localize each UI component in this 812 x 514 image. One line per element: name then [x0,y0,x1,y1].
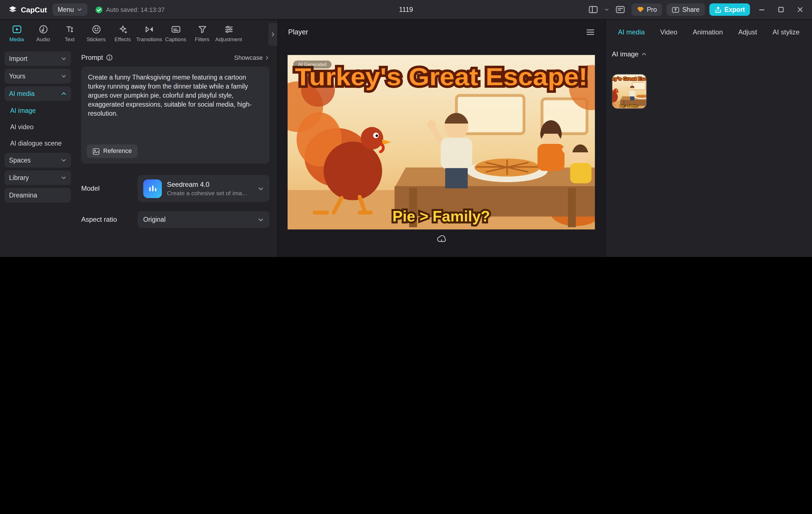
transitions-icon [144,24,154,34]
workspace-layout-button[interactable] [586,3,600,16]
titlebar: CapCut Menu Auto saved: 14:13:37 1119 [0,0,812,20]
video-preview[interactable] [288,55,595,229]
model-icon [143,179,162,198]
showcase-link[interactable]: Showcase [234,54,269,61]
chevron-right-icon [264,55,269,60]
tabstrip-scroll-button[interactable] [268,23,278,46]
share-icon [672,6,679,13]
tab-text[interactable]: Text [56,23,83,42]
tab-video[interactable]: Video [660,28,677,36]
chevron-down-icon[interactable] [605,7,609,12]
player-title: Player [288,28,308,36]
titlebar-actions: Pro Share Export [586,3,812,16]
close-button[interactable] [793,3,808,16]
model-label: Model [81,185,138,192]
menu-button[interactable]: Menu [53,3,87,16]
captions-icon [171,24,181,34]
chevron-down-icon [61,73,66,79]
aspect-ratio-label: Aspect ratio [81,216,138,223]
media-tabstrip: Media Audio Text Stickers [0,20,278,50]
chevron-down-icon [61,157,66,163]
model-name: Seedream 4.0 [167,181,253,188]
chevron-down-icon [258,185,264,192]
notes-icon [616,6,625,13]
chevron-down-icon [258,216,264,223]
app-name: CapCut [21,5,47,14]
sidebar-item-ai-video[interactable]: AI video [4,120,71,134]
player-panel: Player 00:00:00:00 / 00:00:03:00 Full [278,20,605,257]
info-icon [106,54,113,61]
maximize-button[interactable] [774,3,788,16]
filters-icon [197,24,207,34]
reference-button[interactable]: Reference [87,144,138,158]
processing-icon [436,235,446,243]
sidebar-item-dreamina[interactable]: Dreamina [4,188,71,202]
sidebar-item-library[interactable]: Library [4,170,71,185]
close-icon [797,6,804,13]
tab-ai-media[interactable]: AI media [618,28,645,36]
minimize-button[interactable] [754,3,769,16]
reference-image-icon [92,147,100,155]
prompt-label: Prompt [81,54,103,61]
tab-stickers[interactable]: Stickers [83,23,109,42]
tab-ai-stylize[interactable]: AI stylize [773,28,800,36]
sidebar-item-ai-media[interactable]: AI media [4,86,71,101]
aspect-ratio-dropdown[interactable]: Original [138,211,269,228]
player-menu-icon[interactable] [586,28,595,36]
prompt-input[interactable]: Create a funny Thanksgiving meme featuri… [81,66,269,164]
share-button[interactable]: Share [667,3,704,16]
capcut-logo-icon [8,5,18,14]
ai-image-form: Prompt Showcase Create a funny Thanksgiv… [75,48,278,257]
export-icon [714,6,722,13]
chevron-up-icon [641,51,647,57]
tab-adjust[interactable]: Adjust [738,28,757,36]
ai-image-section-header[interactable]: AI image [606,45,812,58]
media-sidebar: Import Yours AI media AI image AI video … [4,51,71,202]
chevron-up-icon [61,91,66,97]
pro-gem-icon [637,6,644,13]
sidebar-item-spaces[interactable]: Spaces [4,153,71,168]
sidebar-item-ai-image[interactable]: AI image [4,104,71,117]
sidebar-item-ai-dialogue-scene[interactable]: AI dialogue scene [4,137,71,150]
audio-icon [38,24,48,34]
inspector-tabs: AI media Video Animation Adjust AI styli… [606,20,812,45]
chevron-right-icon [270,31,276,38]
tab-effects[interactable]: Effects [109,23,136,42]
preview-frame [288,55,595,229]
tab-audio[interactable]: Audio [30,23,56,42]
generated-image-thumbnail[interactable] [612,74,647,109]
tab-captions[interactable]: Captions [163,23,189,42]
pro-badge[interactable]: Pro [632,3,662,16]
export-button[interactable]: Export [709,3,750,16]
adjustment-icon [224,24,234,34]
tab-transitions[interactable]: Transitions [136,23,163,42]
layout-icon [589,6,598,13]
model-dropdown[interactable]: Seedream 4.0 Create a cohesive set of im… [138,175,269,202]
sidebar-item-yours[interactable]: Yours [4,69,71,83]
capcut-window: CapCut Menu Auto saved: 14:13:37 1119 [0,0,812,257]
minimize-icon [758,6,765,13]
prompt-text: Create a funny Thanksgiving meme featuri… [88,73,263,118]
media-panel: Media Audio Text Stickers [0,20,278,257]
notes-panel-button[interactable] [613,3,627,16]
autosave-status: Auto saved: 14:13:37 [95,6,165,13]
model-description: Create a cohesive set of ima... [167,190,253,196]
text-icon [64,24,75,34]
chevron-down-icon [61,56,66,61]
effects-icon [118,24,128,34]
inspector-panel: AI media Video Animation Adjust AI styli… [605,20,812,257]
sidebar-item-import[interactable]: Import [4,51,71,66]
chevron-down-icon [77,7,82,12]
tab-adjustment[interactable]: Adjustment [215,23,242,42]
capcut-logo: CapCut [0,5,53,14]
check-icon [95,6,103,13]
tab-animation[interactable]: Animation [693,28,723,36]
tab-filters[interactable]: Filters [189,23,215,42]
media-icon [11,24,22,34]
thumbnail-image [612,75,646,108]
stickers-icon [91,24,101,34]
maximize-icon [778,6,784,13]
chevron-down-icon [61,175,66,181]
tab-media[interactable]: Media [3,23,30,42]
